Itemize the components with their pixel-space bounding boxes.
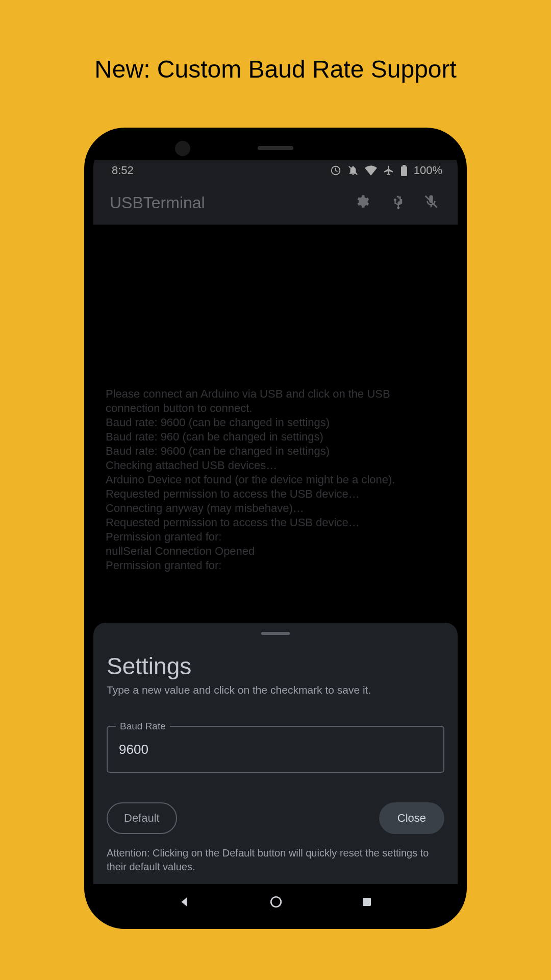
usb-connect-button[interactable]: [382, 188, 411, 217]
terminal-line: Baud rate: 9600 (can be changed in setti…: [106, 444, 445, 458]
screen: 8:52 1: [93, 160, 458, 920]
wifi-icon: [365, 165, 377, 176]
nav-home-button[interactable]: [269, 895, 283, 909]
terminal-line: Permission granted for:: [106, 530, 445, 544]
terminal-line: Checking attached USB devices…: [106, 458, 445, 473]
phone-inner: 8:52 1: [93, 137, 458, 920]
terminal-line: Requested permission to access the USB d…: [106, 516, 445, 530]
sheet-warning: Attention: Clicking on the Default butto…: [107, 846, 444, 874]
terminal-line: Arduino Device not found (or the device …: [106, 473, 445, 487]
terminal-line: Baud rate: 960 (can be changed in settin…: [106, 430, 445, 444]
sheet-title: Settings: [107, 652, 444, 680]
update-icon: [330, 165, 341, 176]
sheet-buttons: Default Close: [107, 802, 444, 834]
svg-rect-6: [363, 898, 371, 906]
status-time: 8:52: [112, 164, 134, 177]
close-button[interactable]: Close: [379, 802, 444, 834]
nav-recent-button[interactable]: [361, 896, 373, 908]
promo-title: New: Custom Baud Rate Support: [94, 55, 457, 83]
settings-sheet: Settings Type a new value and click on t…: [93, 623, 458, 884]
battery-percent: 100%: [414, 164, 442, 177]
usb-icon: [389, 194, 404, 211]
gear-icon: [354, 194, 369, 211]
settings-button[interactable]: [347, 188, 376, 217]
status-bar: 8:52 1: [93, 160, 458, 181]
phone-frame: 8:52 1: [84, 128, 467, 929]
status-icons: 100%: [330, 164, 442, 177]
nav-back-button[interactable]: [178, 895, 191, 909]
nav-bar: [93, 884, 458, 920]
svg-rect-3: [403, 165, 406, 166]
terminal-line: Baud rate: 9600 (can be changed in setti…: [106, 415, 445, 430]
sheet-handle[interactable]: [261, 632, 290, 635]
terminal-line: nullSerial Connection Opened: [106, 544, 445, 558]
baud-rate-field[interactable]: Baud Rate: [107, 726, 444, 773]
app-title: USBTerminal: [110, 193, 341, 212]
terminal-line: Connecting anyway (may misbehave)…: [106, 501, 445, 516]
svg-point-5: [271, 897, 281, 907]
phone-speaker: [258, 146, 293, 150]
mic-off-button[interactable]: [417, 188, 445, 217]
phone-camera: [175, 141, 190, 156]
terminal-line: connection button to connect.: [106, 401, 445, 415]
terminal-line: Permission granted for:: [106, 558, 445, 573]
airplane-icon: [383, 165, 394, 176]
terminal-line: Requested permission to access the USB d…: [106, 487, 445, 501]
terminal-line: Please connect an Arduino via USB and cl…: [106, 387, 445, 401]
app-bar: USBTerminal: [93, 181, 458, 225]
baud-rate-input[interactable]: [119, 742, 432, 757]
mic-off-icon: [423, 194, 439, 211]
default-button[interactable]: Default: [107, 802, 177, 834]
sheet-subtitle: Type a new value and click on the checkm…: [107, 683, 444, 697]
battery-icon: [400, 165, 408, 176]
dnd-icon: [347, 165, 359, 176]
svg-rect-2: [401, 166, 407, 176]
baud-rate-label: Baud Rate: [116, 721, 170, 732]
